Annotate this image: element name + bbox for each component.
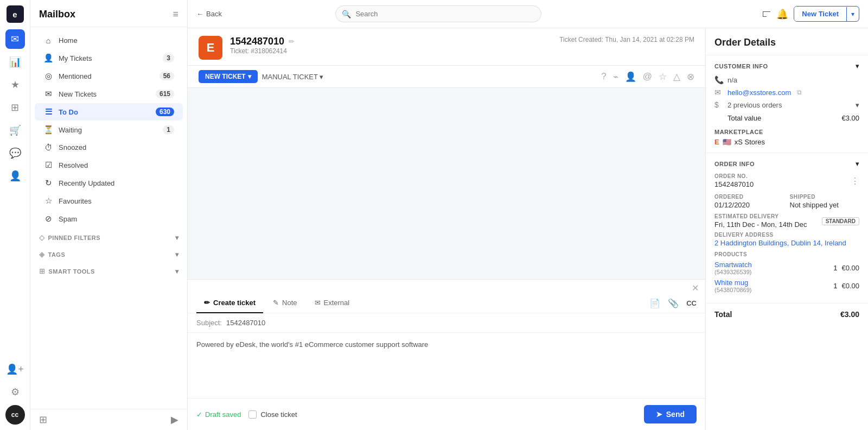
sidebar-item-label: Home (59, 36, 174, 45)
spam-icon: ⊘ (43, 214, 53, 224)
notification-icon[interactable]: 🔔 (776, 8, 788, 20)
sidebar-item-home[interactable]: ⌂ Home (35, 32, 183, 49)
sidebar-menu-icon[interactable]: ≡ (173, 9, 178, 20)
pinned-filters-section[interactable]: ◇ PINNED FILTERS ▾ (30, 228, 187, 245)
nav-mailbox-icon[interactable]: ✉ (5, 29, 25, 49)
mentioned-count: 56 (159, 72, 174, 80)
nav-add-user-icon[interactable]: 👤+ (5, 359, 25, 379)
order-info-header: ORDER INFO ▾ (714, 160, 859, 168)
delivery-address-value[interactable]: 2 Haddington Buildings, Dublin 14, Irela… (714, 239, 859, 247)
manual-chevron-icon: ▾ (320, 73, 323, 81)
home-icon: ⌂ (43, 36, 53, 45)
doc-icon[interactable]: 📄 (649, 298, 660, 308)
ticket-id-row: 1542487010 ✏ (230, 36, 552, 47)
estimated-delivery-label: ESTIMATED DELIVERY (714, 213, 807, 219)
new-ticket-main-button[interactable]: New Ticket (794, 7, 846, 21)
sidebar-item-to-do[interactable]: ☰ To Do 630 (35, 103, 183, 121)
main-content: ← Back 🔍 ⫍ 🔔 New Ticket ▾ E (188, 0, 868, 430)
flag-icon: 🇺🇸 (723, 138, 731, 146)
topbar-right: ⫍ 🔔 New Ticket ▾ (762, 6, 859, 22)
sidebar-item-my-tickets[interactable]: 👤 My Tickets 3 (35, 49, 183, 67)
paperclip-icon[interactable]: 📎 (668, 298, 679, 308)
sidebar-item-snoozed[interactable]: ⏱ Snoozed (35, 139, 183, 156)
sidebar-title: Mailbox (39, 9, 75, 20)
ticket-number: Ticket: #318062414 (230, 47, 552, 55)
sidebar-item-waiting[interactable]: ⏳ Waiting 1 (35, 121, 183, 138)
back-button[interactable]: ← Back (196, 10, 222, 18)
nav-chart-icon[interactable]: 📊 (5, 52, 25, 72)
sidebar-item-label: New Tickets (59, 90, 150, 98)
create-ticket-tab-icon: ✏ (204, 299, 210, 307)
customer-info-collapse-icon[interactable]: ▾ (856, 62, 859, 70)
product-name-0[interactable]: Smartwatch (714, 261, 752, 269)
sidebar-collapse-icon[interactable]: ▶ (171, 414, 178, 426)
delivery-address-label: DELIVERY ADDRESS (714, 232, 859, 238)
warning-icon[interactable]: △ (673, 71, 680, 83)
order-details-title: Order Details (706, 28, 868, 55)
tab-create-ticket[interactable]: ✏ Create ticket (196, 293, 263, 313)
estimated-delivery-value: Fri, 11th Dec - Mon, 14th Dec (714, 220, 807, 229)
product-qty-0: 1 (833, 264, 837, 272)
question-icon[interactable]: ? (601, 71, 606, 82)
filter-icon[interactable]: ⫍ (762, 9, 771, 19)
tags-section[interactable]: ◈ TAGS ▾ (30, 245, 187, 262)
sidebar-item-new-tickets[interactable]: ✉ New Tickets 615 (35, 85, 183, 103)
search-input[interactable] (335, 5, 541, 22)
compose-body[interactable]: Powered by eDesk, the world's #1 eCommer… (188, 333, 705, 398)
tab-note[interactable]: ✎ Note (265, 293, 304, 313)
send-button[interactable]: ➤ Send (644, 405, 697, 423)
nav-cart-icon[interactable]: 🛒 (5, 121, 25, 140)
customer-email[interactable]: hello@xsstores.com (727, 88, 791, 97)
new-ticket-chevron-button[interactable]: ▾ (846, 7, 859, 21)
phone-value: n/a (727, 76, 737, 84)
smart-tools-section[interactable]: ⊞ SMART TOOLS ▾ (30, 262, 187, 279)
product-name-1[interactable]: White mug (714, 279, 752, 287)
sidebar-item-label: Mentioned (59, 72, 154, 80)
close-ticket-checkbox[interactable] (248, 410, 257, 419)
total-row: Total €3.00 (706, 303, 868, 325)
block-icon[interactable]: ⊗ (687, 71, 694, 83)
subject-value[interactable]: 1542487010 (226, 319, 265, 327)
compose-area: ✕ ✏ Create ticket ✎ Note ✉ External (188, 279, 705, 430)
marketplace-label: MARKETPLACE (714, 129, 765, 135)
marketplace-logo: E (714, 138, 719, 146)
product-row-0: Smartwatch (5439326539) 1 €0.00 (714, 261, 859, 275)
new-ticket-badge[interactable]: NEW TICKET ▾ (199, 70, 258, 83)
email-row: ✉ hello@xsstores.com ⧉ (714, 88, 859, 97)
smart-tools-icon: ⊞ (39, 267, 46, 275)
nav-grid-icon[interactable]: ⊞ (5, 98, 25, 117)
nav-user-icon[interactable]: 👤 (5, 166, 25, 186)
sidebar-item-favourites[interactable]: ☆ Favourites (35, 192, 183, 210)
sidebar-bottom-icon[interactable]: ⊞ (39, 414, 47, 426)
sidebar-item-spam[interactable]: ⊘ Spam (35, 210, 183, 227)
nav-star-icon[interactable]: ★ (5, 75, 25, 94)
manual-ticket-badge[interactable]: MANUAL TICKET ▾ (262, 73, 323, 81)
mentioned-icon: ◎ (43, 71, 53, 81)
sidebar-item-mentioned[interactable]: ◎ Mentioned 56 (35, 67, 183, 85)
compose-close-button[interactable]: ✕ (692, 283, 699, 293)
product-info-0: Smartwatch (5439326539) (714, 261, 752, 275)
copy-email-icon[interactable]: ⧉ (797, 88, 802, 96)
orders-chevron-icon[interactable]: ▾ (856, 101, 859, 109)
orders-count: 2 previous orders (727, 101, 782, 109)
close-ticket-label[interactable]: Close ticket (248, 410, 297, 419)
sidebar-item-label: Recently Updated (59, 179, 174, 187)
edit-ticket-icon[interactable]: ✏ (289, 37, 295, 46)
sidebar-item-resolved[interactable]: ☑ Resolved (35, 156, 183, 174)
clock-icon: ⏱ (43, 143, 53, 152)
nav-chat-icon[interactable]: 💬 (5, 143, 25, 163)
ticket-header-info: 1542487010 ✏ Ticket: #318062414 (230, 36, 552, 55)
assign-icon[interactable]: 👤 (625, 71, 636, 83)
nav-settings-icon[interactable]: ⚙ (5, 382, 25, 402)
order-options-icon[interactable]: ⋮ (851, 176, 859, 186)
user-avatar[interactable]: cc (5, 405, 25, 425)
app-logo[interactable]: e (7, 5, 24, 23)
sidebar-item-recently-updated[interactable]: ↻ Recently Updated (35, 174, 183, 192)
at-icon[interactable]: @ (643, 71, 652, 82)
order-info-collapse-icon[interactable]: ▾ (856, 160, 859, 168)
cc-button[interactable]: CC (686, 299, 697, 307)
tab-external[interactable]: ✉ External (307, 293, 358, 313)
tag-action-icon[interactable]: ⌁ (613, 71, 618, 83)
product-price-0: €0.00 (841, 264, 859, 272)
star-action-icon[interactable]: ☆ (659, 71, 667, 83)
